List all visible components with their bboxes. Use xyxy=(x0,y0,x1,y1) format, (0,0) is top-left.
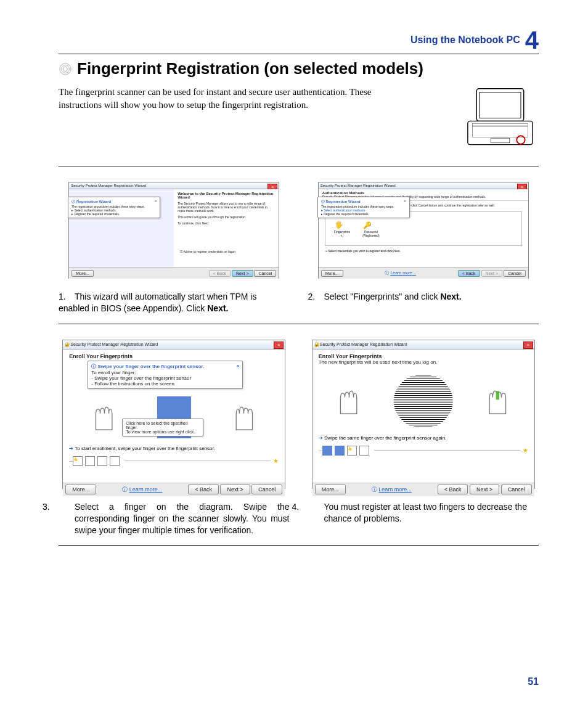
back-button[interactable]: < Back xyxy=(438,485,468,494)
left-hand-icon[interactable] xyxy=(336,388,358,415)
star-icon: ★ xyxy=(523,447,528,454)
back-button: < Back xyxy=(209,270,231,277)
finger-tip1: Click here to select the specified finge… xyxy=(126,421,200,430)
progress-slot: 👆 xyxy=(347,446,357,456)
finger-tip2: To view more options use right click. xyxy=(126,430,200,434)
laptop-illustration xyxy=(462,86,539,153)
window-title: Security Protect Manager Registration Wi… xyxy=(71,184,146,187)
back-button[interactable]: < Back xyxy=(458,270,480,277)
section-name: Using the Notebook PC xyxy=(410,35,520,46)
back-button[interactable]: < Back xyxy=(188,485,219,494)
cancel-button[interactable]: Cancel xyxy=(504,270,526,277)
learn-more-link[interactable]: Learn more... xyxy=(378,486,412,493)
svg-rect-3 xyxy=(476,89,524,121)
checkbox-advise[interactable]: Advise to register credentials on logon xyxy=(183,250,235,253)
wiz1-heading: Welcome to the Security Protect Manager … xyxy=(178,192,275,199)
screenshot-step2: Security Protect Manager Registration Wi… xyxy=(318,182,529,279)
window-title: Security Protect Manager Registration Wi… xyxy=(70,342,158,346)
learn-more-link[interactable]: Learn more... xyxy=(390,271,416,275)
next-button[interactable]: Next > xyxy=(470,485,499,494)
svg-point-1 xyxy=(62,65,70,73)
next-button[interactable]: Next > xyxy=(220,485,250,494)
close-icon[interactable]: × xyxy=(523,342,533,349)
more-button[interactable]: More... xyxy=(71,270,94,277)
page-header: Using the Notebook PC 4 xyxy=(59,28,539,54)
hint-text: Select credentials you wish to register … xyxy=(328,249,401,253)
progress-slot xyxy=(335,446,345,456)
svg-point-2 xyxy=(63,67,67,71)
tooltip-title: Registration Wizard xyxy=(76,200,111,203)
more-button[interactable]: More... xyxy=(65,485,96,494)
title-row: Fingerprint Registration (on selected mo… xyxy=(59,59,539,78)
cancel-button[interactable]: Cancel xyxy=(254,270,276,277)
step1-caption: 1.This wizard will automatically start w… xyxy=(59,291,290,314)
screenshot-step3: 🔐 Security Protect Manager Registration … xyxy=(62,340,285,489)
right-hand-icon[interactable] xyxy=(235,404,257,431)
step3-caption: 3.Select a finger on the diagram. Swipe … xyxy=(59,501,290,536)
intro-text: The fingerprint scanner can be used for … xyxy=(59,86,404,112)
learn-more-link[interactable]: Learn more... xyxy=(129,486,163,493)
cancel-button[interactable]: Cancel xyxy=(501,485,532,494)
hint-text: Swipe the same finger over the fingerpri… xyxy=(324,435,446,441)
divider xyxy=(59,545,539,546)
divider xyxy=(59,324,539,324)
divider xyxy=(59,166,539,166)
svg-rect-5 xyxy=(468,121,533,144)
progress-slot xyxy=(359,446,369,456)
fingerprint-icon xyxy=(59,62,72,76)
step2-caption: 2.Select "Fingerprints" and click Next. xyxy=(308,291,539,303)
more-button[interactable]: More... xyxy=(321,270,343,277)
option-fingerprints[interactable]: 🖐 Fingerprints ↖ xyxy=(334,220,350,238)
page-number: 51 xyxy=(528,676,539,687)
progress-slot: 👆 xyxy=(73,456,83,466)
progress-slot xyxy=(97,456,107,466)
wiz3-heading: Enroll Your Fingerprints xyxy=(69,353,279,359)
star-icon: ★ xyxy=(273,457,279,464)
page-title: Fingerprint Registration (on selected mo… xyxy=(77,59,423,78)
cancel-button[interactable]: Cancel xyxy=(251,485,282,494)
close-icon[interactable]: × xyxy=(274,342,284,349)
window-title: Security Protect Manager Registration Wi… xyxy=(321,184,396,187)
hint-text: To start enrollment, swipe your finger o… xyxy=(75,446,215,451)
screenshot-step1: Security Protect Manager Registration Wi… xyxy=(68,182,279,279)
wiz4-heading: Enroll Your Fingerprints xyxy=(319,353,528,359)
window-title: Security Protect Manager Registration Wi… xyxy=(320,342,407,346)
next-button: Next > xyxy=(481,270,502,277)
step4-caption: 4.You must register at least two fingers… xyxy=(308,501,539,525)
screenshot-step4: 🔐 Security Protect Manager Registration … xyxy=(312,340,535,489)
next-button[interactable]: Next > xyxy=(232,270,253,277)
left-hand-icon[interactable] xyxy=(91,404,113,431)
option-password[interactable]: 🔑 Password (Registered) xyxy=(362,220,380,237)
progress-slot xyxy=(85,456,95,466)
svg-rect-10 xyxy=(496,391,499,399)
right-hand-icon[interactable] xyxy=(488,388,510,415)
chapter-number: 4 xyxy=(525,28,539,52)
progress-slot xyxy=(110,456,120,466)
fingerprint-image xyxy=(393,374,454,429)
tip-title: Swipe your finger over the fingerprint s… xyxy=(97,364,204,369)
more-button[interactable]: More... xyxy=(315,485,346,494)
progress-slot xyxy=(322,446,332,456)
